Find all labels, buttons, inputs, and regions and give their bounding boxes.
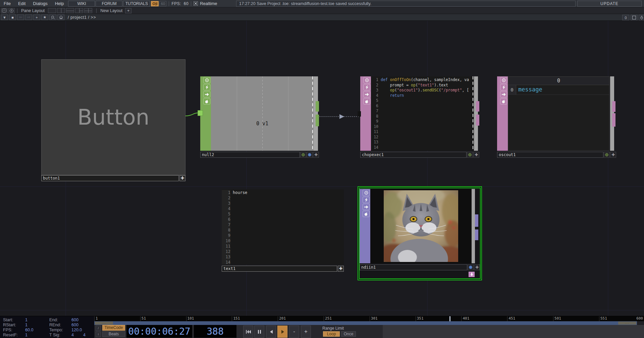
frame-i-button[interactable]: I <box>96 332 101 337</box>
node-chopexec1[interactable]: 1def onOffToOn(channel, sampleIndex, va2… <box>360 76 479 158</box>
oscout1-table-viewer[interactable]: 0 0 message <box>508 76 609 151</box>
fps-value[interactable]: 60.0 <box>25 328 49 333</box>
home-button[interactable] <box>57 14 64 20</box>
menu-help[interactable]: Help <box>51 0 68 7</box>
export-flag-icon[interactable] <box>363 91 370 97</box>
range-once-button[interactable]: Once <box>341 331 356 337</box>
menu-edit[interactable]: Edit <box>14 0 29 7</box>
update-button[interactable]: UPDATE <box>577 1 642 7</box>
export-flag-icon[interactable] <box>500 91 507 97</box>
rstart-value[interactable]: 1 <box>25 323 49 328</box>
text1-name-field[interactable]: text1 <box>222 266 337 272</box>
viewer-flag-icon[interactable] <box>203 77 210 83</box>
node-button1[interactable]: Button button1 ✚ <box>41 59 185 182</box>
timeline-range-bar[interactable]: ... ... <box>94 321 644 325</box>
bypass-flag-icon[interactable] <box>363 84 370 90</box>
menu-file[interactable]: File <box>0 0 14 7</box>
search-zoom-button[interactable] <box>49 14 56 20</box>
node-null2[interactable]: 0 v1 null2 ✚ <box>200 76 319 158</box>
null2-viewer[interactable]: 0 v1 <box>211 76 314 151</box>
timeline-playhead[interactable] <box>449 316 450 321</box>
new-layout-add-button[interactable]: + <box>125 8 131 13</box>
end-value[interactable]: 600 <box>71 318 94 323</box>
pause-button[interactable] <box>254 326 264 338</box>
pane-index-button[interactable]: 0 <box>622 15 629 20</box>
back-arrow-button[interactable]: ⇦ <box>17 14 24 20</box>
oscout1-output-connector[interactable] <box>612 101 615 112</box>
rend-value[interactable]: 600 <box>71 323 94 328</box>
ndiin1-name-field[interactable]: ndiin1 <box>360 264 467 270</box>
menu-dialogs[interactable]: Dialogs <box>29 0 51 7</box>
ndiin1-output-connector-2[interactable] <box>475 229 478 240</box>
jump-to-start-button[interactable] <box>243 326 253 338</box>
chopexec1-name-field[interactable]: chopexec1 <box>360 152 467 158</box>
null2-name-field[interactable]: null2 <box>200 152 300 158</box>
realtime-checkbox[interactable] <box>194 1 198 6</box>
range-end-handle[interactable]: ... <box>618 322 636 325</box>
layout-grid-button[interactable] <box>84 8 92 13</box>
dock-icon-button[interactable] <box>8 8 15 13</box>
export-flag-icon[interactable] <box>363 204 370 210</box>
wiki-button[interactable]: WIKI <box>68 1 95 7</box>
viewer-flag-icon[interactable] <box>363 77 370 83</box>
maximize-pane-button[interactable] <box>631 15 638 20</box>
midi-io-value[interactable]: 60 <box>159 1 166 6</box>
null2-output-connector-2[interactable] <box>316 115 319 126</box>
breadcrumb[interactable]: / project1 / >> <box>68 15 96 20</box>
node-oscout1[interactable]: 0 0 message oscout1 ✚ <box>497 76 616 158</box>
null2-color-dot-button[interactable] <box>300 152 306 158</box>
tempo-value[interactable]: 120.0 <box>71 328 94 333</box>
null2-expand-parameters-button[interactable]: ✚ <box>313 152 319 158</box>
bomb-flag-icon[interactable] <box>363 211 370 217</box>
stop-button[interactable]: ■ <box>9 14 16 20</box>
button1-name-field[interactable]: button1 <box>41 175 179 181</box>
viewer-flag-icon[interactable] <box>500 77 507 83</box>
play-reverse-button[interactable] <box>266 326 276 338</box>
pane-window-icon[interactable] <box>1 8 7 13</box>
chopexec1-expand-parameters-button[interactable]: ✚ <box>473 152 479 158</box>
timecode-display[interactable]: 00:00:06:27 <box>126 325 192 338</box>
play-forward-button[interactable] <box>277 326 287 338</box>
node-ndiin1-selected[interactable]: ndiin1 ✚ <box>358 186 482 280</box>
export-flag-icon[interactable] <box>203 91 210 97</box>
text1-text-viewer[interactable]: 1hourse234567891011121314 <box>222 189 344 265</box>
step-back-button[interactable]: - <box>289 326 299 338</box>
resetf-value[interactable]: 1 <box>25 333 49 338</box>
oscout1-name-field[interactable]: oscout1 <box>497 152 603 158</box>
add-button[interactable]: + <box>33 14 40 20</box>
ndiin1-output-connector[interactable] <box>475 214 478 227</box>
forward-arrow-button[interactable]: ⇨ <box>25 14 32 20</box>
viewer-flag-icon[interactable] <box>363 190 370 196</box>
start-value[interactable]: 1 <box>25 318 49 323</box>
oscout1-output-connector-2[interactable] <box>612 113 615 127</box>
oscout1-color-dot-button[interactable] <box>604 152 610 158</box>
null2-output-connector[interactable] <box>316 101 319 112</box>
frame-slash-button[interactable]: / <box>96 326 101 331</box>
tutorials-button[interactable]: TUTORIALS <box>123 1 150 7</box>
chopexec1-output-connector[interactable] <box>476 101 479 112</box>
chopexec1-code-viewer[interactable]: 1def onOffToOn(channel, sampleIndex, va2… <box>371 76 474 151</box>
bomb-flag-icon[interactable] <box>500 98 507 105</box>
timecode-mode-button[interactable]: TimeCode <box>102 325 125 331</box>
null2-globe-button[interactable] <box>307 152 313 158</box>
range-loop-button[interactable]: Loop <box>323 331 340 337</box>
pane-type-dropdown[interactable]: ▼ <box>1 14 8 20</box>
ndiin1-expand-parameters-button[interactable]: ✚ <box>474 264 480 270</box>
button1-expand-parameters-button[interactable]: ✚ <box>179 175 185 181</box>
ndiin1-dock-arrow-button[interactable] <box>469 272 475 277</box>
bypass-flag-icon[interactable] <box>203 84 210 90</box>
layout-two-columns-button[interactable] <box>57 8 65 13</box>
node-text1[interactable]: 1hourse234567891011121314 text1 ✚ <box>222 189 344 272</box>
chopexec1-color-dot-button[interactable] <box>467 152 473 158</box>
bypass-flag-icon[interactable] <box>363 197 370 203</box>
frame-counter-display[interactable]: 388 <box>194 325 236 338</box>
beats-mode-button[interactable]: Beats <box>102 331 125 337</box>
chopexec1-output-connector-2[interactable] <box>476 115 479 126</box>
table-row[interactable]: 0 message <box>508 85 609 95</box>
ndiin1-top-viewer[interactable] <box>370 189 472 263</box>
tsig-value[interactable]: 44 <box>71 333 94 338</box>
layout-left-plus-two-button[interactable] <box>75 8 83 13</box>
step-forward-button[interactable]: + <box>301 326 311 338</box>
bomb-flag-icon[interactable] <box>363 98 370 105</box>
midi-io-indicator[interactable]: O|I <box>151 1 159 6</box>
